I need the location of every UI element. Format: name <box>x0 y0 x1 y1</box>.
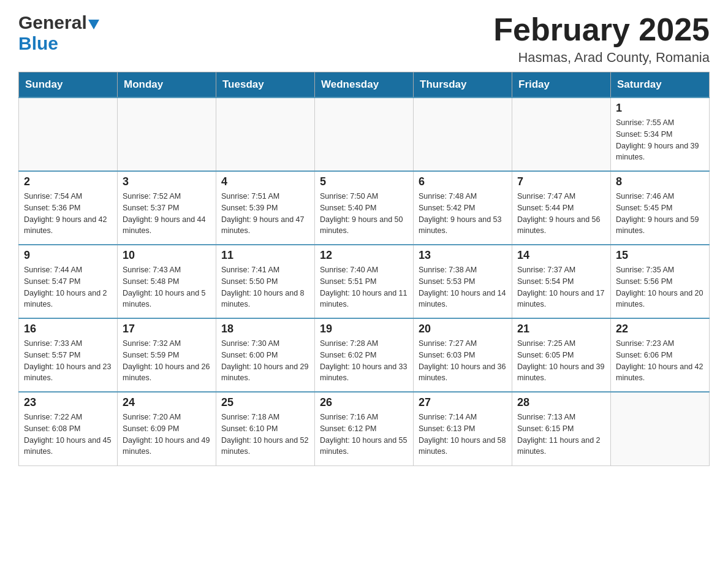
calendar-day-cell: 5Sunrise: 7:50 AMSunset: 5:40 PMDaylight… <box>315 171 414 245</box>
calendar-day-cell <box>118 98 216 171</box>
day-info: Sunrise: 7:41 AMSunset: 5:50 PMDaylight:… <box>221 264 309 310</box>
day-of-week-header: Wednesday <box>315 72 414 98</box>
calendar-day-cell: 16Sunrise: 7:33 AMSunset: 5:57 PMDayligh… <box>19 318 118 392</box>
calendar-day-cell: 14Sunrise: 7:37 AMSunset: 5:54 PMDayligh… <box>512 245 611 318</box>
day-number: 16 <box>24 323 112 335</box>
location-title: Hasmas, Arad County, Romania <box>493 50 710 66</box>
calendar-day-cell: 9Sunrise: 7:44 AMSunset: 5:47 PMDaylight… <box>19 245 118 318</box>
day-number: 15 <box>616 249 704 262</box>
day-info: Sunrise: 7:18 AMSunset: 6:10 PMDaylight:… <box>221 412 309 458</box>
calendar-day-cell: 19Sunrise: 7:28 AMSunset: 6:02 PMDayligh… <box>315 318 414 392</box>
day-info: Sunrise: 7:20 AMSunset: 6:09 PMDaylight:… <box>123 412 211 458</box>
day-info: Sunrise: 7:46 AMSunset: 5:45 PMDaylight:… <box>616 191 704 237</box>
day-number: 26 <box>320 396 408 409</box>
day-number: 6 <box>419 175 507 188</box>
calendar-day-cell: 3Sunrise: 7:52 AMSunset: 5:37 PMDaylight… <box>118 171 216 245</box>
day-number: 12 <box>320 249 408 262</box>
day-info: Sunrise: 7:27 AMSunset: 6:03 PMDaylight:… <box>419 338 507 384</box>
day-number: 4 <box>221 175 309 188</box>
day-number: 13 <box>419 249 507 262</box>
day-number: 19 <box>320 323 408 335</box>
day-number: 14 <box>517 249 605 262</box>
day-number: 23 <box>24 396 112 409</box>
logo: General Blue <box>18 12 99 54</box>
calendar-day-cell: 27Sunrise: 7:14 AMSunset: 6:13 PMDayligh… <box>414 392 512 465</box>
logo-general-text: General <box>18 12 87 33</box>
month-title: February 2025 <box>493 12 710 47</box>
day-number: 3 <box>123 175 211 188</box>
day-number: 7 <box>517 175 605 188</box>
calendar-day-cell: 13Sunrise: 7:38 AMSunset: 5:53 PMDayligh… <box>414 245 512 318</box>
day-info: Sunrise: 7:33 AMSunset: 5:57 PMDaylight:… <box>24 338 112 384</box>
calendar-day-cell: 7Sunrise: 7:47 AMSunset: 5:44 PMDaylight… <box>512 171 611 245</box>
day-number: 10 <box>123 249 211 262</box>
day-info: Sunrise: 7:22 AMSunset: 6:08 PMDaylight:… <box>24 412 112 458</box>
day-info: Sunrise: 7:54 AMSunset: 5:36 PMDaylight:… <box>24 191 112 237</box>
day-number: 21 <box>517 323 605 335</box>
calendar-day-cell <box>19 98 118 171</box>
day-info: Sunrise: 7:28 AMSunset: 6:02 PMDaylight:… <box>320 338 408 384</box>
day-number: 5 <box>320 175 408 188</box>
day-info: Sunrise: 7:47 AMSunset: 5:44 PMDaylight:… <box>517 191 605 237</box>
day-number: 9 <box>24 249 112 262</box>
calendar-day-cell: 20Sunrise: 7:27 AMSunset: 6:03 PMDayligh… <box>414 318 512 392</box>
day-info: Sunrise: 7:51 AMSunset: 5:39 PMDaylight:… <box>221 191 309 237</box>
day-number: 17 <box>123 323 211 335</box>
day-info: Sunrise: 7:40 AMSunset: 5:51 PMDaylight:… <box>320 264 408 310</box>
day-of-week-header: Sunday <box>19 72 118 98</box>
day-number: 22 <box>616 323 704 335</box>
day-info: Sunrise: 7:48 AMSunset: 5:42 PMDaylight:… <box>419 191 507 237</box>
day-info: Sunrise: 7:30 AMSunset: 6:00 PMDaylight:… <box>221 338 309 384</box>
calendar-day-cell: 28Sunrise: 7:13 AMSunset: 6:15 PMDayligh… <box>512 392 611 465</box>
calendar-day-cell <box>315 98 414 171</box>
day-info: Sunrise: 7:44 AMSunset: 5:47 PMDaylight:… <box>24 264 112 310</box>
day-info: Sunrise: 7:43 AMSunset: 5:48 PMDaylight:… <box>123 264 211 310</box>
day-number: 20 <box>419 323 507 335</box>
day-number: 27 <box>419 396 507 409</box>
calendar-day-cell: 21Sunrise: 7:25 AMSunset: 6:05 PMDayligh… <box>512 318 611 392</box>
day-info: Sunrise: 7:32 AMSunset: 5:59 PMDaylight:… <box>123 338 211 384</box>
calendar-day-cell: 25Sunrise: 7:18 AMSunset: 6:10 PMDayligh… <box>216 392 315 465</box>
calendar-day-cell <box>414 98 512 171</box>
logo-blue-text: Blue <box>18 33 58 53</box>
calendar-day-cell: 11Sunrise: 7:41 AMSunset: 5:50 PMDayligh… <box>216 245 315 318</box>
calendar-week-row: 2Sunrise: 7:54 AMSunset: 5:36 PMDaylight… <box>19 171 710 245</box>
calendar-day-cell <box>216 98 315 171</box>
calendar-day-cell: 26Sunrise: 7:16 AMSunset: 6:12 PMDayligh… <box>315 392 414 465</box>
calendar-week-row: 16Sunrise: 7:33 AMSunset: 5:57 PMDayligh… <box>19 318 710 392</box>
day-info: Sunrise: 7:38 AMSunset: 5:53 PMDaylight:… <box>419 264 507 310</box>
calendar-day-cell: 12Sunrise: 7:40 AMSunset: 5:51 PMDayligh… <box>315 245 414 318</box>
day-number: 28 <box>517 396 605 409</box>
title-block: February 2025 Hasmas, Arad County, Roman… <box>493 12 710 66</box>
day-of-week-header: Monday <box>118 72 216 98</box>
day-of-week-header: Thursday <box>414 72 512 98</box>
day-info: Sunrise: 7:55 AMSunset: 5:34 PMDaylight:… <box>616 117 704 163</box>
day-number: 18 <box>221 323 309 335</box>
calendar-day-cell: 10Sunrise: 7:43 AMSunset: 5:48 PMDayligh… <box>118 245 216 318</box>
calendar-day-cell: 8Sunrise: 7:46 AMSunset: 5:45 PMDaylight… <box>611 171 710 245</box>
day-info: Sunrise: 7:14 AMSunset: 6:13 PMDaylight:… <box>419 412 507 458</box>
day-number: 25 <box>221 396 309 409</box>
day-info: Sunrise: 7:37 AMSunset: 5:54 PMDaylight:… <box>517 264 605 310</box>
calendar-day-cell: 1Sunrise: 7:55 AMSunset: 5:34 PMDaylight… <box>611 98 710 171</box>
day-of-week-header: Friday <box>512 72 611 98</box>
day-of-week-header: Saturday <box>611 72 710 98</box>
day-info: Sunrise: 7:52 AMSunset: 5:37 PMDaylight:… <box>123 191 211 237</box>
calendar-day-cell: 23Sunrise: 7:22 AMSunset: 6:08 PMDayligh… <box>19 392 118 465</box>
day-info: Sunrise: 7:13 AMSunset: 6:15 PMDaylight:… <box>517 412 605 458</box>
day-number: 2 <box>24 175 112 188</box>
day-number: 11 <box>221 249 309 262</box>
day-info: Sunrise: 7:50 AMSunset: 5:40 PMDaylight:… <box>320 191 408 237</box>
day-info: Sunrise: 7:25 AMSunset: 6:05 PMDaylight:… <box>517 338 605 384</box>
calendar-day-cell: 17Sunrise: 7:32 AMSunset: 5:59 PMDayligh… <box>118 318 216 392</box>
logo-triangle-icon <box>88 20 99 29</box>
calendar-day-cell: 22Sunrise: 7:23 AMSunset: 6:06 PMDayligh… <box>611 318 710 392</box>
calendar-day-cell: 18Sunrise: 7:30 AMSunset: 6:00 PMDayligh… <box>216 318 315 392</box>
day-info: Sunrise: 7:35 AMSunset: 5:56 PMDaylight:… <box>616 264 704 310</box>
day-number: 1 <box>616 102 704 115</box>
day-of-week-header: Tuesday <box>216 72 315 98</box>
calendar-week-row: 23Sunrise: 7:22 AMSunset: 6:08 PMDayligh… <box>19 392 710 465</box>
calendar-day-cell: 24Sunrise: 7:20 AMSunset: 6:09 PMDayligh… <box>118 392 216 465</box>
calendar-table: SundayMondayTuesdayWednesdayThursdayFrid… <box>18 72 710 466</box>
calendar-header-row: SundayMondayTuesdayWednesdayThursdayFrid… <box>19 72 710 98</box>
